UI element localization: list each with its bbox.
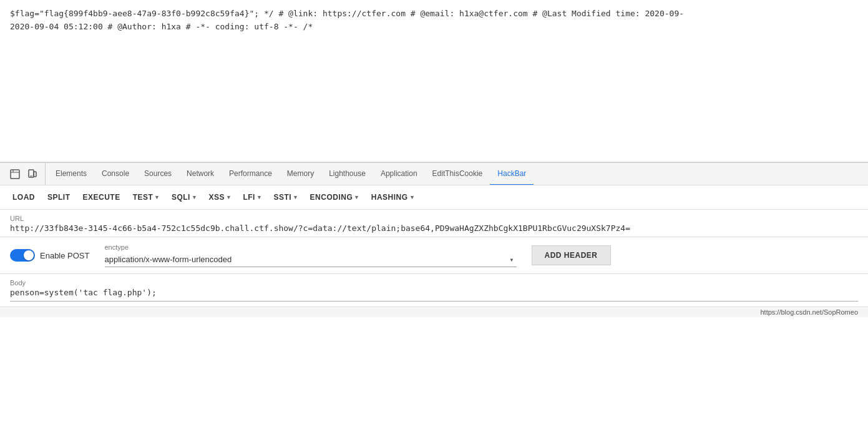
add-header-button[interactable]: ADD HEADER <box>532 245 611 265</box>
url-section: URL http://33fb843e-3145-4c66-b5a4-752c1… <box>0 210 868 237</box>
encoding-dropdown-arrow: ▾ <box>355 194 359 200</box>
toggle-thumb <box>24 250 34 260</box>
tab-application[interactable]: Application <box>373 164 425 185</box>
execute-button[interactable]: EXECUTE <box>78 190 125 204</box>
ssti-button[interactable]: SSTI ▾ <box>268 190 302 204</box>
tab-memory[interactable]: Memory <box>280 164 321 185</box>
devtools-tab-bar: Elements Console Sources Network Perform… <box>0 163 868 185</box>
tab-network[interactable]: Network <box>179 164 222 185</box>
toggle-track <box>10 249 35 262</box>
body-label: Body <box>10 279 858 287</box>
test-button[interactable]: TEST ▾ <box>128 190 164 204</box>
devtools-panel: Elements Console Sources Network Perform… <box>0 162 868 317</box>
page-line2: 2020-09-04 05:12:00 # @Author: h1xa # -*… <box>10 21 858 34</box>
device-icon[interactable] <box>25 168 40 180</box>
svg-rect-0 <box>11 170 19 179</box>
enable-post-container: Enable POST <box>10 249 90 262</box>
tab-editthiscookie[interactable]: EditThisCookie <box>425 164 490 185</box>
sqli-button[interactable]: SQLI ▾ <box>167 190 202 204</box>
tab-performance[interactable]: Performance <box>222 164 280 185</box>
page-content: $flag="flag{899f4bb9-aee8-47a9-83f0-b992… <box>0 0 868 162</box>
split-button[interactable]: SPLIT <box>42 190 76 204</box>
hashing-button[interactable]: HASHING ▾ <box>366 190 419 204</box>
encoding-button[interactable]: ENCODING ▾ <box>305 190 364 204</box>
inspect-icon[interactable] <box>7 168 22 180</box>
lfi-dropdown-arrow: ▾ <box>258 194 261 200</box>
url-value[interactable]: http://33fb843e-3145-4c66-b5a4-752c1c55d… <box>10 223 858 233</box>
footer-link[interactable]: https://blog.csdn.net/SopRomeo <box>760 308 858 316</box>
tab-sources[interactable]: Sources <box>137 164 179 185</box>
ssti-dropdown-arrow: ▾ <box>294 194 298 200</box>
enctype-label: enctype <box>105 243 517 251</box>
tab-lighthouse[interactable]: Lighthouse <box>321 164 373 185</box>
load-button[interactable]: LOAD <box>7 190 40 204</box>
footer-bar: https://blog.csdn.net/SopRomeo <box>0 307 868 317</box>
tab-elements[interactable]: Elements <box>48 164 94 185</box>
enctype-select-wrapper: application/x-www-form-urlencoded multip… <box>105 252 517 267</box>
body-section: Body penson=system('tac flag.php'); <box>0 274 868 307</box>
enable-post-toggle[interactable] <box>10 249 35 262</box>
tab-console[interactable]: Console <box>94 164 137 185</box>
page-line1: $flag="flag{899f4bb9-aee8-47a9-83f0-b992… <box>10 7 858 21</box>
lfi-button[interactable]: LFI ▾ <box>238 190 266 204</box>
body-value[interactable]: penson=system('tac flag.php'); <box>10 288 858 302</box>
svg-rect-2 <box>34 172 36 177</box>
url-label: URL <box>10 215 858 222</box>
enctype-container: enctype application/x-www-form-urlencode… <box>105 243 517 267</box>
devtools-icons <box>2 163 46 185</box>
test-dropdown-arrow: ▾ <box>155 194 159 200</box>
tab-hackbar[interactable]: HackBar <box>490 164 534 185</box>
post-section: Enable POST enctype application/x-www-fo… <box>0 237 868 274</box>
hackbar-toolbar: LOAD SPLIT EXECUTE TEST ▾ SQLI ▾ XSS ▾ L… <box>0 185 868 210</box>
xss-dropdown-arrow: ▾ <box>227 194 231 200</box>
enctype-select[interactable]: application/x-www-form-urlencoded multip… <box>105 252 517 267</box>
xss-button[interactable]: XSS ▾ <box>203 190 235 204</box>
sqli-dropdown-arrow: ▾ <box>193 194 197 200</box>
hashing-dropdown-arrow: ▾ <box>411 194 414 200</box>
enable-post-label: Enable POST <box>40 251 90 260</box>
